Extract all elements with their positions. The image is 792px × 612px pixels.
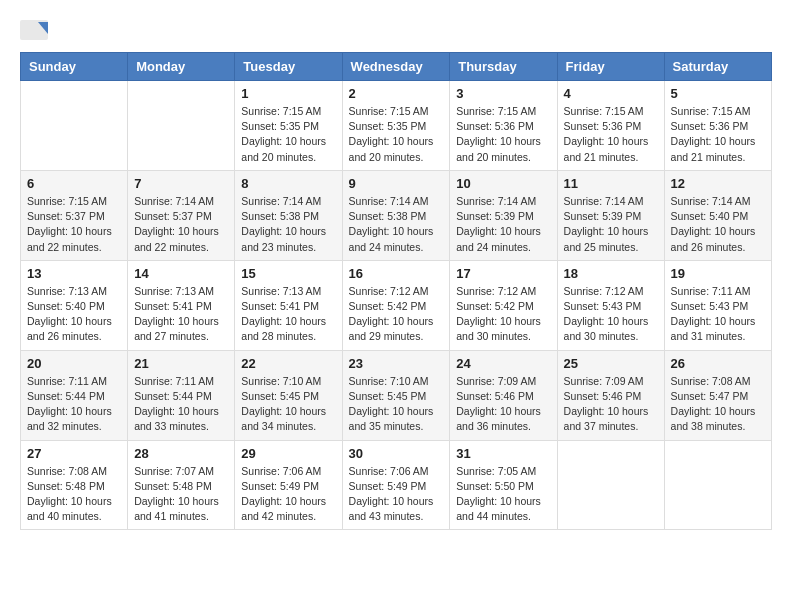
calendar-cell: 17Sunrise: 7:12 AM Sunset: 5:42 PM Dayli… (450, 260, 557, 350)
day-detail: Sunrise: 7:11 AM Sunset: 5:43 PM Dayligh… (671, 284, 765, 345)
calendar-header-row: SundayMondayTuesdayWednesdayThursdayFrid… (21, 53, 772, 81)
day-number: 24 (456, 356, 550, 371)
day-number: 7 (134, 176, 228, 191)
day-detail: Sunrise: 7:12 AM Sunset: 5:43 PM Dayligh… (564, 284, 658, 345)
weekday-header-monday: Monday (128, 53, 235, 81)
calendar-cell: 28Sunrise: 7:07 AM Sunset: 5:48 PM Dayli… (128, 440, 235, 530)
weekday-header-saturday: Saturday (664, 53, 771, 81)
calendar-week-row: 20Sunrise: 7:11 AM Sunset: 5:44 PM Dayli… (21, 350, 772, 440)
calendar-cell: 22Sunrise: 7:10 AM Sunset: 5:45 PM Dayli… (235, 350, 342, 440)
day-number: 21 (134, 356, 228, 371)
calendar-cell (557, 440, 664, 530)
weekday-header-sunday: Sunday (21, 53, 128, 81)
day-detail: Sunrise: 7:14 AM Sunset: 5:39 PM Dayligh… (456, 194, 550, 255)
day-detail: Sunrise: 7:06 AM Sunset: 5:49 PM Dayligh… (241, 464, 335, 525)
day-detail: Sunrise: 7:13 AM Sunset: 5:41 PM Dayligh… (241, 284, 335, 345)
day-detail: Sunrise: 7:09 AM Sunset: 5:46 PM Dayligh… (456, 374, 550, 435)
day-number: 31 (456, 446, 550, 461)
day-detail: Sunrise: 7:14 AM Sunset: 5:39 PM Dayligh… (564, 194, 658, 255)
calendar-cell (21, 81, 128, 171)
calendar-cell: 31Sunrise: 7:05 AM Sunset: 5:50 PM Dayli… (450, 440, 557, 530)
calendar-week-row: 13Sunrise: 7:13 AM Sunset: 5:40 PM Dayli… (21, 260, 772, 350)
day-number: 15 (241, 266, 335, 281)
day-number: 2 (349, 86, 444, 101)
day-detail: Sunrise: 7:14 AM Sunset: 5:38 PM Dayligh… (349, 194, 444, 255)
calendar-cell: 12Sunrise: 7:14 AM Sunset: 5:40 PM Dayli… (664, 170, 771, 260)
calendar-cell: 5Sunrise: 7:15 AM Sunset: 5:36 PM Daylig… (664, 81, 771, 171)
calendar-cell: 23Sunrise: 7:10 AM Sunset: 5:45 PM Dayli… (342, 350, 450, 440)
calendar-cell: 9Sunrise: 7:14 AM Sunset: 5:38 PM Daylig… (342, 170, 450, 260)
day-detail: Sunrise: 7:08 AM Sunset: 5:47 PM Dayligh… (671, 374, 765, 435)
calendar-cell: 13Sunrise: 7:13 AM Sunset: 5:40 PM Dayli… (21, 260, 128, 350)
calendar-cell: 25Sunrise: 7:09 AM Sunset: 5:46 PM Dayli… (557, 350, 664, 440)
calendar-cell: 3Sunrise: 7:15 AM Sunset: 5:36 PM Daylig… (450, 81, 557, 171)
day-detail: Sunrise: 7:14 AM Sunset: 5:40 PM Dayligh… (671, 194, 765, 255)
day-detail: Sunrise: 7:10 AM Sunset: 5:45 PM Dayligh… (349, 374, 444, 435)
calendar-cell: 15Sunrise: 7:13 AM Sunset: 5:41 PM Dayli… (235, 260, 342, 350)
calendar-cell (128, 81, 235, 171)
day-number: 8 (241, 176, 335, 191)
calendar-cell: 27Sunrise: 7:08 AM Sunset: 5:48 PM Dayli… (21, 440, 128, 530)
day-number: 19 (671, 266, 765, 281)
day-detail: Sunrise: 7:12 AM Sunset: 5:42 PM Dayligh… (349, 284, 444, 345)
day-detail: Sunrise: 7:13 AM Sunset: 5:41 PM Dayligh… (134, 284, 228, 345)
day-number: 4 (564, 86, 658, 101)
day-number: 13 (27, 266, 121, 281)
day-number: 14 (134, 266, 228, 281)
day-detail: Sunrise: 7:15 AM Sunset: 5:37 PM Dayligh… (27, 194, 121, 255)
day-number: 16 (349, 266, 444, 281)
calendar-cell: 14Sunrise: 7:13 AM Sunset: 5:41 PM Dayli… (128, 260, 235, 350)
calendar-body: 1Sunrise: 7:15 AM Sunset: 5:35 PM Daylig… (21, 81, 772, 530)
day-number: 9 (349, 176, 444, 191)
day-number: 17 (456, 266, 550, 281)
day-detail: Sunrise: 7:15 AM Sunset: 5:35 PM Dayligh… (241, 104, 335, 165)
day-number: 26 (671, 356, 765, 371)
day-detail: Sunrise: 7:07 AM Sunset: 5:48 PM Dayligh… (134, 464, 228, 525)
calendar-cell: 16Sunrise: 7:12 AM Sunset: 5:42 PM Dayli… (342, 260, 450, 350)
calendar-cell: 1Sunrise: 7:15 AM Sunset: 5:35 PM Daylig… (235, 81, 342, 171)
calendar-week-row: 6Sunrise: 7:15 AM Sunset: 5:37 PM Daylig… (21, 170, 772, 260)
calendar-week-row: 27Sunrise: 7:08 AM Sunset: 5:48 PM Dayli… (21, 440, 772, 530)
day-number: 22 (241, 356, 335, 371)
calendar-cell: 30Sunrise: 7:06 AM Sunset: 5:49 PM Dayli… (342, 440, 450, 530)
calendar-cell: 20Sunrise: 7:11 AM Sunset: 5:44 PM Dayli… (21, 350, 128, 440)
logo-icon (20, 20, 50, 42)
day-detail: Sunrise: 7:13 AM Sunset: 5:40 PM Dayligh… (27, 284, 121, 345)
calendar-cell: 7Sunrise: 7:14 AM Sunset: 5:37 PM Daylig… (128, 170, 235, 260)
calendar-cell: 24Sunrise: 7:09 AM Sunset: 5:46 PM Dayli… (450, 350, 557, 440)
day-detail: Sunrise: 7:10 AM Sunset: 5:45 PM Dayligh… (241, 374, 335, 435)
day-detail: Sunrise: 7:06 AM Sunset: 5:49 PM Dayligh… (349, 464, 444, 525)
day-number: 10 (456, 176, 550, 191)
day-number: 12 (671, 176, 765, 191)
day-number: 18 (564, 266, 658, 281)
day-detail: Sunrise: 7:15 AM Sunset: 5:36 PM Dayligh… (564, 104, 658, 165)
day-detail: Sunrise: 7:08 AM Sunset: 5:48 PM Dayligh… (27, 464, 121, 525)
calendar-cell (664, 440, 771, 530)
day-detail: Sunrise: 7:14 AM Sunset: 5:38 PM Dayligh… (241, 194, 335, 255)
day-number: 30 (349, 446, 444, 461)
day-detail: Sunrise: 7:14 AM Sunset: 5:37 PM Dayligh… (134, 194, 228, 255)
day-number: 27 (27, 446, 121, 461)
day-detail: Sunrise: 7:11 AM Sunset: 5:44 PM Dayligh… (27, 374, 121, 435)
page-header (20, 20, 772, 42)
day-number: 28 (134, 446, 228, 461)
day-number: 23 (349, 356, 444, 371)
day-number: 5 (671, 86, 765, 101)
weekday-header-tuesday: Tuesday (235, 53, 342, 81)
logo (20, 20, 54, 42)
day-detail: Sunrise: 7:11 AM Sunset: 5:44 PM Dayligh… (134, 374, 228, 435)
day-number: 25 (564, 356, 658, 371)
day-detail: Sunrise: 7:12 AM Sunset: 5:42 PM Dayligh… (456, 284, 550, 345)
day-number: 6 (27, 176, 121, 191)
calendar-cell: 6Sunrise: 7:15 AM Sunset: 5:37 PM Daylig… (21, 170, 128, 260)
calendar-cell: 4Sunrise: 7:15 AM Sunset: 5:36 PM Daylig… (557, 81, 664, 171)
day-detail: Sunrise: 7:09 AM Sunset: 5:46 PM Dayligh… (564, 374, 658, 435)
calendar-cell: 18Sunrise: 7:12 AM Sunset: 5:43 PM Dayli… (557, 260, 664, 350)
calendar-cell: 19Sunrise: 7:11 AM Sunset: 5:43 PM Dayli… (664, 260, 771, 350)
calendar-cell: 26Sunrise: 7:08 AM Sunset: 5:47 PM Dayli… (664, 350, 771, 440)
weekday-header-thursday: Thursday (450, 53, 557, 81)
calendar-table: SundayMondayTuesdayWednesdayThursdayFrid… (20, 52, 772, 530)
day-number: 29 (241, 446, 335, 461)
calendar-cell: 8Sunrise: 7:14 AM Sunset: 5:38 PM Daylig… (235, 170, 342, 260)
calendar-cell: 11Sunrise: 7:14 AM Sunset: 5:39 PM Dayli… (557, 170, 664, 260)
